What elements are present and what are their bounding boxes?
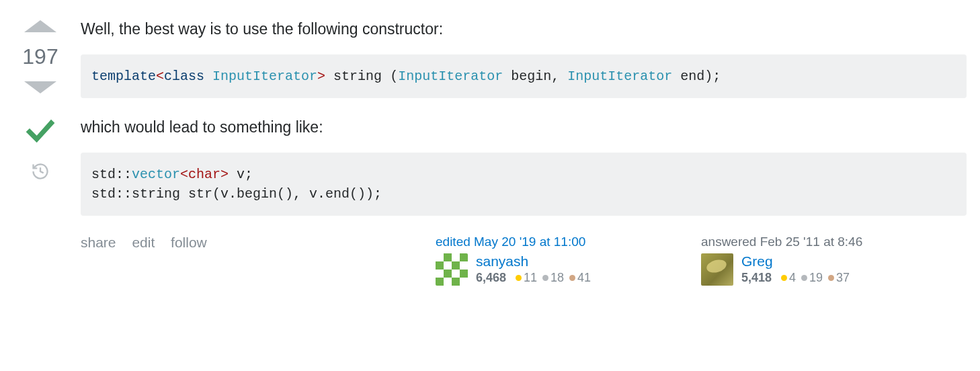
code-symbol: < xyxy=(156,69,164,84)
code-text: v; xyxy=(229,167,253,182)
post-actions: share edit follow xyxy=(81,235,436,251)
silver-badge-count: 18 xyxy=(550,271,564,285)
code-text: begin, xyxy=(503,69,567,84)
code-symbol: < xyxy=(180,167,188,182)
code-text: std::string str(v.begin(), v.end()); xyxy=(91,186,382,202)
answerer-card: answered Feb 25 '11 at 8:46 Greg 5,418 4… xyxy=(701,235,967,286)
avatar[interactable] xyxy=(436,253,468,286)
gold-badge-icon xyxy=(516,275,522,281)
paragraph: Well, the best way is to use the followi… xyxy=(81,19,967,40)
user-name-link[interactable]: Greg xyxy=(741,253,850,270)
gold-badge-icon xyxy=(781,275,787,281)
reputation: 5,418 xyxy=(741,271,772,285)
code-type: InputIterator xyxy=(212,69,317,84)
silver-badge-count: 19 xyxy=(809,271,823,285)
gold-badge-count: 4 xyxy=(789,271,796,285)
answered-timestamp: answered Feb 25 '11 at 8:46 xyxy=(701,235,967,249)
avatar[interactable] xyxy=(701,253,733,286)
bronze-badge-icon xyxy=(828,275,834,281)
edit-link[interactable]: edit xyxy=(132,235,155,250)
code-type: InputIterator xyxy=(567,69,672,84)
reputation: 6,468 xyxy=(476,271,506,285)
bronze-badge-count: 37 xyxy=(836,271,850,285)
vote-column: 197 xyxy=(0,13,81,286)
editor-card: edited May 20 '19 at 11:00 sanyash 6,468… xyxy=(436,235,701,286)
paragraph: which would lead to something like: xyxy=(81,117,967,138)
user-stats: 6,468 11 18 41 xyxy=(476,271,591,285)
code-text: string ( xyxy=(325,69,398,84)
user-stats: 5,418 4 19 37 xyxy=(741,271,850,285)
code-keyword: class xyxy=(164,69,204,84)
code-text: std:: xyxy=(91,167,132,182)
history-icon[interactable] xyxy=(31,162,50,183)
answer-body: Well, the best way is to use the followi… xyxy=(81,13,967,286)
code-type: vector xyxy=(132,167,180,182)
post-footer: share edit follow edited May 20 '19 at 1… xyxy=(81,235,967,286)
follow-link[interactable]: follow xyxy=(171,235,207,250)
silver-badge-icon xyxy=(542,275,548,281)
code-keyword: template xyxy=(91,69,156,84)
downvote-button[interactable] xyxy=(24,81,56,93)
code-block: std::vector<char> v; std::string str(v.b… xyxy=(81,153,967,216)
gold-badge-count: 11 xyxy=(524,271,537,285)
code-block: template<class InputIterator> string (In… xyxy=(81,54,967,98)
code-symbol: > xyxy=(317,69,325,84)
vote-score: 197 xyxy=(22,44,58,69)
user-name-link[interactable]: sanyash xyxy=(476,253,591,270)
answer-post: 197 Well, the best way is to use the fol… xyxy=(0,0,980,299)
bronze-badge-count: 41 xyxy=(577,271,591,285)
share-link[interactable]: share xyxy=(81,235,116,250)
code-text: end); xyxy=(672,69,721,84)
edited-timestamp[interactable]: edited May 20 '19 at 11:00 xyxy=(436,235,701,249)
bronze-badge-icon xyxy=(569,275,575,281)
code-symbol: > xyxy=(220,167,229,182)
code-type: char xyxy=(188,167,220,182)
silver-badge-icon xyxy=(801,275,807,281)
code-text xyxy=(204,69,212,84)
accepted-checkmark-icon xyxy=(24,112,56,147)
upvote-button[interactable] xyxy=(24,20,56,32)
code-type: InputIterator xyxy=(398,69,503,84)
